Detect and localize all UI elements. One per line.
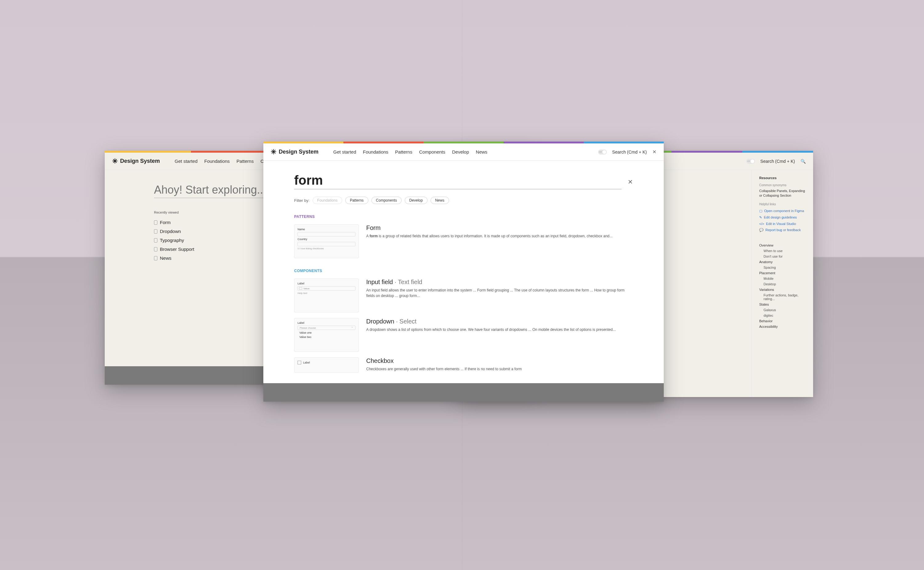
result-title: Form [366, 224, 633, 231]
toc-item[interactable]: Placement [759, 270, 806, 276]
synonyms-label: Common synonyms [759, 184, 806, 187]
toc-item[interactable]: Behavior [759, 318, 806, 324]
search-label[interactable]: Search (Cmd + K) [760, 159, 795, 164]
link-figma[interactable]: ▢Open component in Figma [759, 208, 806, 214]
result-thumbnail: Label Please choose⌃ Value one Value two [294, 318, 359, 352]
filter-label: Filter by: [294, 198, 310, 203]
result-desc: Checkboxes are generally used with other… [366, 366, 633, 372]
toc-item[interactable]: When to use [759, 248, 806, 254]
doc-sidebar: Resources Common synonyms Collapsible Pa… [752, 170, 813, 397]
search-result[interactable]: Name Country ☑ I love ticking checkboxes… [294, 224, 633, 258]
search-result[interactable]: Label Please choose⌃ Value one Value two… [294, 318, 633, 352]
nav-item[interactable]: News [476, 149, 488, 155]
toc-item[interactable]: Spacing [759, 265, 806, 270]
file-icon [154, 256, 157, 260]
search-result[interactable]: Label Value Help text Input field · Text… [294, 279, 633, 313]
nav-item[interactable]: Patterns [236, 158, 254, 164]
code-icon: </> [759, 222, 764, 225]
filter-pill-patterns[interactable]: Patterns [345, 197, 368, 204]
table-of-contents: Overview When to use Don't use for Anato… [759, 242, 806, 329]
nav-item[interactable]: Foundations [204, 158, 230, 164]
search-label[interactable]: Search (Cmd + K) [612, 150, 647, 155]
code-toggle[interactable]: </> [598, 150, 607, 155]
nav-item[interactable]: Components [419, 149, 445, 155]
toc-item[interactable]: Further actions, badge, rating... [759, 293, 806, 302]
result-title: Input field · Text field [366, 279, 633, 286]
edit-icon: ✎ [759, 215, 762, 219]
filter-pill-components[interactable]: Components [371, 197, 402, 204]
result-thumbnail: Name Country ☑ I love ticking checkboxes [294, 224, 359, 258]
brand-name: Design System [120, 158, 160, 164]
toc-item[interactable]: Accessibility [759, 324, 806, 329]
link-visual-studio[interactable]: </>Edit in Visual Studio [759, 221, 806, 227]
logo[interactable]: ✳ Design System [112, 157, 160, 165]
result-thumbnail: Label Value Help text [294, 279, 359, 313]
code-toggle[interactable]: </> [746, 159, 755, 164]
header: ✳ Design System Get started Foundations … [263, 143, 664, 161]
link-edit-guidelines[interactable]: ✎Edit design guidelines [759, 214, 806, 221]
clear-search-icon[interactable]: ✕ [628, 178, 633, 189]
filter-pill-foundations[interactable]: Foundations [313, 197, 342, 204]
toc-item[interactable]: Overview [759, 242, 806, 248]
logo[interactable]: ✳ Design System [271, 148, 318, 156]
toc-item[interactable]: Variations [759, 287, 806, 293]
filter-pill-news[interactable]: News [431, 197, 449, 204]
file-icon [154, 229, 157, 234]
main-nav: Get started Foundations Patterns Compone… [333, 149, 487, 155]
toc-item[interactable]: Don't use for [759, 254, 806, 259]
section-patterns-title: PATTERNS [294, 215, 633, 219]
file-icon [154, 221, 157, 225]
toc-item[interactable]: States [759, 302, 806, 307]
helpful-links-label: Helpful links [759, 202, 806, 206]
search-result[interactable]: Label Checkbox Checkboxes are generally … [294, 357, 633, 373]
result-title: Dropdown · Select [366, 318, 633, 325]
file-icon [154, 247, 157, 251]
link-report-bug[interactable]: 💬Report bug or feedback [759, 227, 806, 233]
brand-name: Design System [279, 149, 318, 155]
rainbow-bar [263, 142, 664, 143]
figma-icon: ▢ [759, 209, 762, 213]
filter-pill-develop[interactable]: Develop [405, 197, 428, 204]
result-desc: A dropdown shows a list of options from … [366, 327, 633, 332]
toc-item[interactable]: digitec [759, 313, 806, 318]
bug-icon: 💬 [759, 228, 764, 232]
nav-item[interactable]: Get started [333, 149, 356, 155]
close-icon[interactable]: ✕ [652, 149, 656, 155]
synonyms-text: Collapsible Panels, Expanding or Collaps… [759, 188, 806, 198]
toc-item[interactable]: Desktop [759, 281, 806, 287]
toc-item[interactable]: Mobile [759, 276, 806, 281]
result-thumbnail: Label [294, 357, 359, 373]
nav-item[interactable]: Develop [452, 149, 469, 155]
file-icon [154, 238, 157, 242]
result-desc: An input field allows the user to enter … [366, 288, 633, 299]
resources-title: Resources [759, 176, 806, 180]
nav-item[interactable]: Foundations [363, 149, 388, 155]
logo-icon: ✳ [112, 157, 118, 165]
nav-item[interactable]: Get started [175, 158, 197, 164]
toc-item[interactable]: Anatomy [759, 259, 806, 265]
nav-item[interactable]: Patterns [395, 149, 413, 155]
logo-icon: ✳ [271, 148, 276, 156]
main-nav: Get started Foundations Patterns Co... [175, 158, 270, 164]
section-components-title: COMPONENTS [294, 269, 633, 273]
filter-row: Filter by: Foundations Patterns Componen… [294, 197, 633, 204]
result-title: Checkbox [366, 357, 633, 365]
search-query-input[interactable] [294, 173, 622, 189]
result-desc: A form is a group of related fields that… [366, 233, 633, 239]
search-icon[interactable]: 🔍 [801, 159, 806, 164]
toc-item[interactable]: Galaxus [759, 307, 806, 313]
search-results-screen: ✳ Design System Get started Foundations … [263, 142, 664, 401]
